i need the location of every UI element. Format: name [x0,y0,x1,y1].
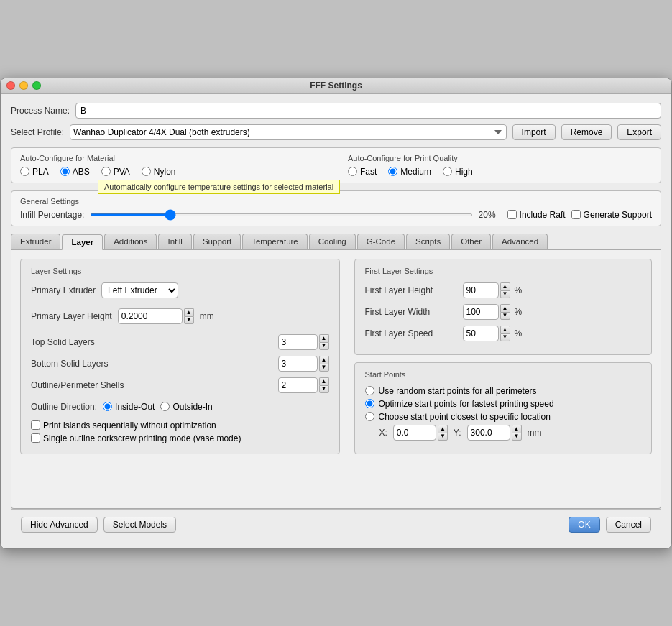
cancel-button[interactable]: Cancel [606,517,651,533]
outside-in-radio[interactable] [160,402,170,411]
hide-advanced-button[interactable]: Hide Advanced [21,517,98,533]
tab-cooling[interactable]: Cooling [309,234,356,249]
tab-content-layer: Layer Settings Primary Extruder Left Ext… [11,250,661,509]
bottom-solid-layers-up[interactable]: ▲ [319,356,329,364]
quality-high[interactable]: High [443,167,473,177]
select-models-button[interactable]: Select Models [103,517,176,533]
tab-layer[interactable]: Layer [62,234,103,250]
quality-high-radio[interactable] [443,167,452,176]
select-profile-label: Select Profile: [11,127,64,137]
first-layer-width-input[interactable] [463,304,499,320]
tab-gcode[interactable]: G-Code [357,234,405,249]
primary-layer-height-down[interactable]: ▼ [184,316,194,324]
first-layer-speed-input[interactable] [463,326,499,341]
material-abs[interactable]: ABS [60,167,90,177]
top-solid-layers-down[interactable]: ▼ [319,342,329,350]
first-layer-width-row: First Layer Width ▲ ▼ % [365,304,642,320]
tab-scripts[interactable]: Scripts [406,234,450,249]
outline-direction-row: Outline Direction: Inside-Out Outside-In [31,402,329,412]
start-points-random-radio[interactable] [365,386,374,395]
material-nylon-radio[interactable] [142,167,151,176]
quality-medium-radio[interactable] [388,167,397,176]
material-pla[interactable]: PLA [20,167,49,177]
start-points-optimize-radio[interactable] [365,399,374,408]
quality-medium-label: Medium [400,167,431,177]
y-spinner: ▲ ▼ [512,425,522,441]
x-input[interactable] [393,425,436,441]
quality-fast[interactable]: Fast [348,167,377,177]
top-solid-layers-row: Top Solid Layers ▲ ▼ [31,334,329,350]
y-down[interactable]: ▼ [512,433,522,441]
outline-perimeter-input[interactable] [278,377,318,393]
inside-out-option[interactable]: Inside-Out [103,402,155,412]
general-settings-section: General Settings Infill Percentage: 20% … [11,190,661,226]
x-up[interactable]: ▲ [438,425,448,433]
outline-perimeter-down[interactable]: ▼ [319,385,329,393]
top-solid-layers-spinner: ▲ ▼ [319,334,329,350]
primary-layer-height-input[interactable] [118,308,183,324]
abs-tooltip: Automatically configure temperature sett… [98,180,340,194]
tab-advanced[interactable]: Advanced [492,234,548,249]
inside-out-radio[interactable] [103,402,112,411]
print-islands-label: Print islands sequentially without optim… [43,420,216,431]
tab-additions[interactable]: Additions [104,234,157,249]
include-raft-checkbox-label[interactable]: Include Raft [507,210,566,220]
tab-other[interactable]: Other [451,234,491,249]
y-up[interactable]: ▲ [512,425,522,433]
first-layer-height-spinner: ▲ ▼ [500,282,510,298]
quality-high-label: High [455,167,473,177]
print-islands-checkbox[interactable] [31,420,40,430]
profile-select[interactable]: Wanhao Duplicator 4/4X Dual (both extrud… [70,124,507,140]
ok-button[interactable]: OK [569,517,599,533]
infill-slider[interactable] [90,213,472,216]
import-button[interactable]: Import [512,124,556,140]
material-abs-radio[interactable] [60,167,70,176]
outline-perimeter-up[interactable]: ▲ [319,377,329,385]
material-nylon[interactable]: Nylon [142,167,176,177]
tab-temperature[interactable]: Temperature [242,234,308,249]
material-pla-radio[interactable] [20,167,29,176]
top-solid-layers-input[interactable] [278,334,318,350]
quality-fast-label: Fast [360,167,377,177]
primary-layer-height-spinner: ▲ ▼ [184,308,194,324]
primary-layer-height-up[interactable]: ▲ [184,308,194,316]
first-layer-speed-down[interactable]: ▼ [500,333,510,341]
single-outline-checkbox[interactable] [31,433,40,443]
primary-extruder-select[interactable]: Left Extruder Right Extruder [101,282,178,298]
first-layer-width-down[interactable]: ▼ [500,312,510,320]
process-name-row: Process Name: [11,103,661,119]
y-input[interactable] [467,425,510,441]
infill-percentage-label: Infill Percentage: [20,210,84,220]
generate-support-label: Generate Support [584,210,652,220]
close-button[interactable] [6,81,15,90]
tab-support[interactable]: Support [193,234,241,249]
quality-radio-group: Fast Medium High [348,167,652,177]
include-raft-checkbox[interactable] [507,210,517,219]
top-solid-layers-up[interactable]: ▲ [319,334,329,342]
auto-config-material-label: Auto-Configure for Material [20,154,324,162]
start-points-closest-radio[interactable] [365,412,374,421]
generate-support-checkbox-label[interactable]: Generate Support [571,210,652,220]
x-down[interactable]: ▼ [438,433,448,441]
quality-medium[interactable]: Medium [388,167,431,177]
generate-support-checkbox[interactable] [571,210,581,219]
maximize-button[interactable] [32,81,41,90]
first-layer-height-up[interactable]: ▲ [500,282,510,290]
auto-configure-row: Auto-Configure for Material PLA ABS PVA [20,154,652,177]
export-button[interactable]: Export [617,124,661,140]
process-name-input[interactable] [75,103,661,119]
material-pva[interactable]: PVA [101,167,130,177]
bottom-solid-layers-down[interactable]: ▼ [319,364,329,372]
first-layer-height-down[interactable]: ▼ [500,290,510,298]
material-pva-radio[interactable] [101,167,111,176]
tab-extruder[interactable]: Extruder [11,234,60,249]
remove-button[interactable]: Remove [561,124,612,140]
quality-fast-radio[interactable] [348,167,357,176]
bottom-solid-layers-input[interactable] [278,356,318,372]
first-layer-height-input[interactable] [463,282,499,298]
outside-in-option[interactable]: Outside-In [160,402,212,412]
first-layer-speed-up[interactable]: ▲ [500,326,510,333]
first-layer-width-up[interactable]: ▲ [500,304,510,312]
tab-infill[interactable]: Infill [158,234,191,249]
minimize-button[interactable] [19,81,28,90]
